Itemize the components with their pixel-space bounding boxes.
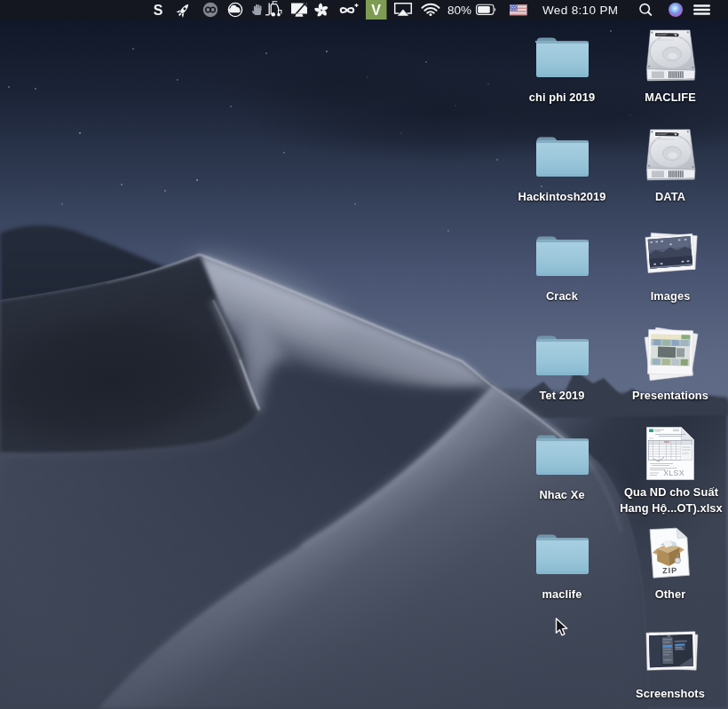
svg-text:S: S <box>154 3 163 18</box>
svg-text:80%: 80% <box>447 4 471 17</box>
svg-text:Wed 8:10 PM: Wed 8:10 PM <box>542 4 618 17</box>
svg-text:XLSX: XLSX <box>663 469 684 477</box>
svg-text:V: V <box>371 3 381 18</box>
svg-text:ZIP: ZIP <box>662 566 677 576</box>
